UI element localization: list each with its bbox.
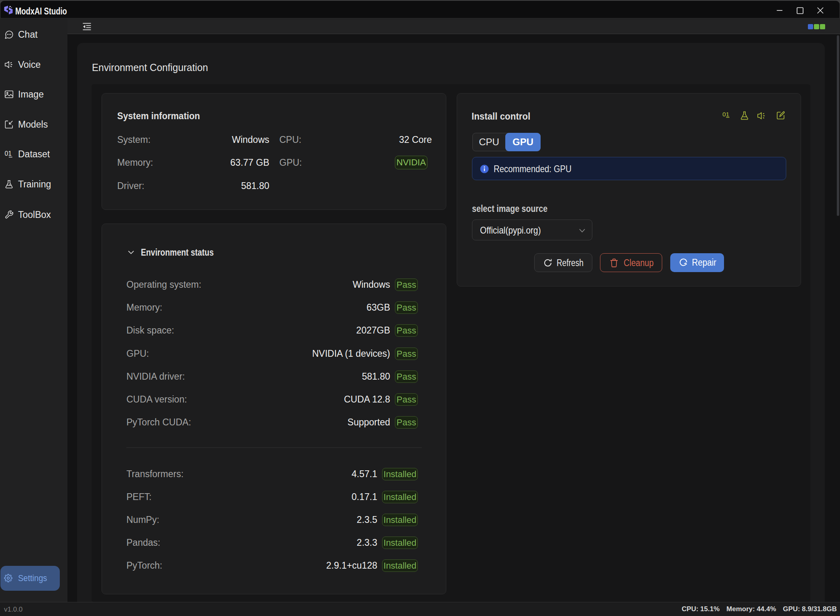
svg-text:01: 01 bbox=[722, 111, 729, 118]
svg-text:01: 01 bbox=[4, 150, 12, 157]
